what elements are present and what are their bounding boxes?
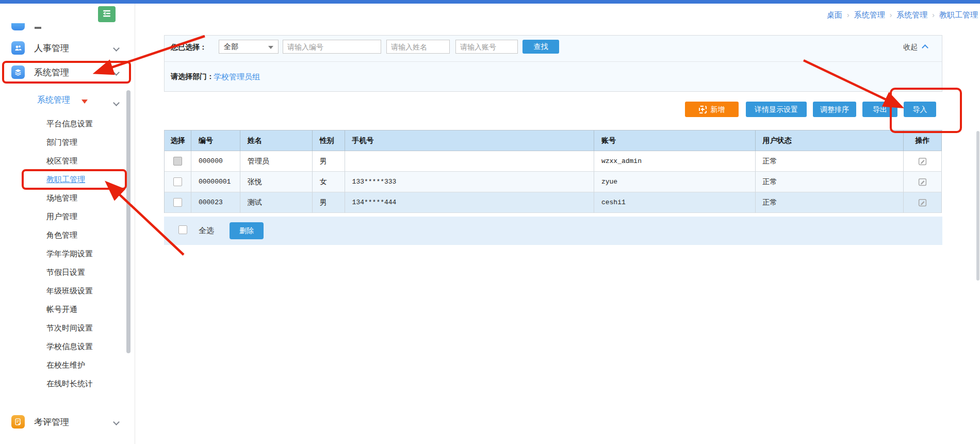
column-header-select: 选择: [165, 130, 191, 151]
sidebar: 人事管理 系统管理 系统管理 平台信息设置 部门管理 校区管理 教职工管理 场地…: [0, 4, 135, 444]
breadcrumb-desktop[interactable]: 桌面: [827, 10, 842, 20]
column-header-gender: 性别: [313, 130, 345, 151]
sidebar-item-label: 系统管理: [34, 67, 69, 78]
chevron-down-icon: [113, 45, 120, 52]
chevron-down-icon: [113, 100, 120, 106]
chevron-down-icon: [113, 69, 120, 76]
collapse-filter-toggle[interactable]: 收起: [903, 43, 927, 52]
add-button[interactable]: 新增: [685, 102, 739, 117]
cell-phone: 134*****444: [345, 192, 594, 213]
search-button[interactable]: 查找: [522, 40, 559, 54]
breadcrumb-system-management-2[interactable]: 系统管理: [896, 10, 927, 20]
layers-icon: [11, 65, 25, 79]
sidebar-item-holiday[interactable]: 节假日设置: [0, 263, 135, 282]
cell-status: 正常: [756, 192, 904, 213]
table-footer-bar: 全选 删除: [164, 217, 942, 245]
column-header-actions: 操作: [904, 130, 942, 151]
sidebar-item-hr-management[interactable]: 人事管理: [0, 39, 135, 57]
cell-status: 正常: [756, 151, 904, 172]
sidebar-scrollbar[interactable]: [126, 90, 130, 353]
filter-dropdown[interactable]: 全部: [219, 40, 279, 54]
add-button-label: 新增: [711, 102, 725, 117]
chevron-down-icon: [113, 419, 120, 425]
sidebar-item-role[interactable]: 角色管理: [0, 226, 135, 244]
sidebar-item-platform-info[interactable]: 平台信息设置: [0, 114, 135, 133]
sidebar-item-campus[interactable]: 校区管理: [0, 152, 135, 170]
account-input[interactable]: [455, 40, 518, 54]
sidebar-item-staff-management[interactable]: 教职工管理: [0, 170, 135, 189]
edit-icon[interactable]: [918, 198, 927, 207]
table-row: 000023 测试 男 134*****444 ceshi1 正常: [165, 192, 942, 213]
plus-dashed-icon: [699, 106, 707, 113]
import-button[interactable]: 导入: [904, 102, 936, 117]
breadcrumb-separator-icon: ›: [890, 11, 892, 19]
cell-gender: 女: [313, 172, 345, 192]
select-all-checkbox[interactable]: [178, 225, 187, 234]
sidebar-item-account-open[interactable]: 帐号开通: [0, 300, 135, 319]
selected-label: 您已选择：: [171, 43, 207, 52]
table-row: 000000 管理员 男 wzxx_admin 正常: [165, 151, 942, 172]
column-header-name: 姓名: [240, 130, 313, 151]
breadcrumb-system-management[interactable]: 系统管理: [854, 10, 885, 20]
filter-row: 您已选择： 全部 查找 收起: [165, 37, 942, 57]
row-checkbox[interactable]: [173, 177, 182, 186]
sidebar-item-evaluation-management[interactable]: 考评管理: [0, 413, 135, 431]
sidebar-item-students-maintain[interactable]: 在校生维护: [0, 356, 135, 374]
breadcrumb-staff-management[interactable]: 教职工管理: [939, 10, 978, 20]
cell-account: zyue: [594, 172, 756, 192]
staff-id-input[interactable]: [283, 40, 381, 54]
main-content: 桌面 › 系统管理 › 系统管理 › 教职工管理 您已选择： 全部 查找 收起 …: [135, 4, 980, 444]
table-row: 00000001 张悦 女 133*****333 zyue 正常: [165, 172, 942, 192]
cell-id: 000000: [191, 151, 240, 172]
column-header-account: 账号: [594, 130, 756, 151]
department-label: 请选择部门：: [171, 72, 214, 81]
sidebar-item-user[interactable]: 用户管理: [0, 207, 135, 226]
sidebar-item-period-time[interactable]: 节次时间设置: [0, 319, 135, 337]
page-scrollbar[interactable]: [976, 131, 979, 281]
delete-button[interactable]: 删除: [230, 222, 264, 239]
cell-id: 00000001: [191, 172, 240, 192]
breadcrumb-separator-icon: ›: [847, 11, 850, 19]
cell-name: 张悦: [240, 172, 313, 192]
submenu-header-label: 系统管理: [37, 95, 70, 106]
cell-id: 000023: [191, 192, 240, 213]
department-link[interactable]: 学校管理员组: [214, 72, 260, 82]
sidebar-item-partial[interactable]: [11, 23, 25, 30]
cell-phone: [345, 151, 594, 172]
adjust-order-button[interactable]: 调整排序: [813, 102, 856, 117]
cell-phone: 133*****333: [345, 172, 594, 192]
sidebar-item-label: 人事管理: [34, 42, 69, 54]
chevron-down-icon: [268, 46, 273, 49]
breadcrumb-separator-icon: ›: [932, 11, 935, 19]
collapse-label: 收起: [903, 43, 918, 51]
staff-name-input[interactable]: [386, 40, 450, 54]
row-checkbox[interactable]: [173, 157, 182, 166]
table-header-row: 选择 编号 姓名 性别 手机号 账号 用户状态 操作: [165, 130, 942, 151]
sidebar-item-system-management[interactable]: 系统管理: [0, 63, 135, 81]
collapse-menu-icon: [102, 9, 111, 20]
red-caret-icon: [81, 100, 88, 104]
submenu-header-system-management[interactable]: 系统管理: [0, 94, 135, 108]
sidebar-item-online-duration[interactable]: 在线时长统计: [0, 374, 135, 393]
detail-display-settings-button[interactable]: 详情显示设置: [746, 102, 807, 117]
sidebar-item-label: 考评管理: [34, 416, 69, 428]
export-button[interactable]: 导出: [862, 102, 897, 117]
filter-panel: 您已选择： 全部 查找 收起 请选择部门： 学校管理员组: [164, 35, 942, 92]
department-row: 请选择部门： 学校管理员组: [165, 62, 942, 92]
top-strip: [0, 0, 980, 4]
people-icon: [11, 41, 25, 55]
select-all-label: 全选: [199, 226, 214, 236]
cell-gender: 男: [313, 192, 345, 213]
sidebar-item-school-year[interactable]: 学年学期设置: [0, 244, 135, 263]
chevron-up-icon: [922, 44, 928, 51]
sidebar-item-grade-class[interactable]: 年级班级设置: [0, 282, 135, 300]
edit-icon[interactable]: [918, 177, 927, 186]
edit-icon[interactable]: [918, 157, 927, 166]
collapse-sidebar-button[interactable]: [98, 6, 116, 22]
sidebar-item-venue[interactable]: 场地管理: [0, 189, 135, 207]
sidebar-item-department[interactable]: 部门管理: [0, 133, 135, 152]
breadcrumb: 桌面 › 系统管理 › 系统管理 › 教职工管理: [827, 9, 978, 21]
cell-status: 正常: [756, 172, 904, 192]
row-checkbox[interactable]: [173, 198, 182, 207]
sidebar-item-school-info[interactable]: 学校信息设置: [0, 337, 135, 356]
